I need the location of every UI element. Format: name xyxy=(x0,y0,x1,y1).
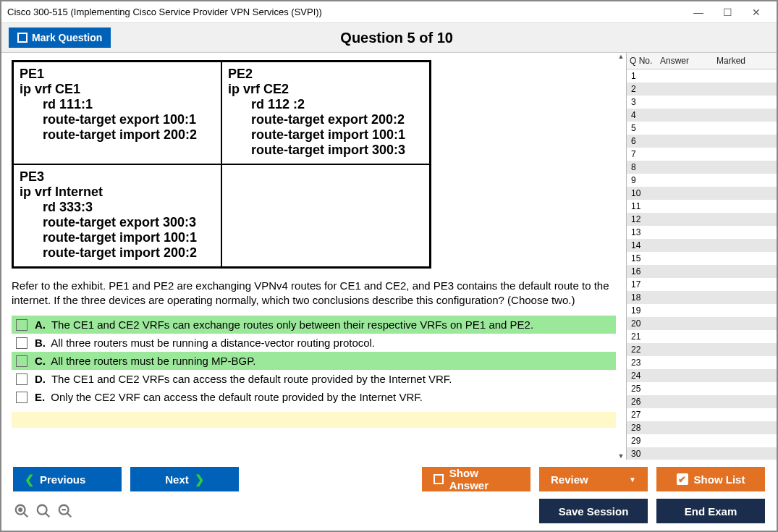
question-number: 20 xyxy=(627,318,657,329)
next-button[interactable]: Next ❯ xyxy=(130,467,239,491)
exhibit-table: PE1 ip vrf CE1 rd 111:1 route-target exp… xyxy=(12,60,431,269)
app-window: Cisco 300-515 (Implementing Cisco Servic… xyxy=(0,0,778,532)
question-row[interactable]: 24 xyxy=(627,369,777,382)
option-D[interactable]: D. The CE1 and CE2 VRFs can access the d… xyxy=(12,370,616,388)
question-row[interactable]: 14 xyxy=(627,239,777,252)
svg-line-1 xyxy=(24,513,28,518)
main-area: ▲ ▼ PE1 ip vrf CE1 rd 111:1 route-target… xyxy=(1,53,777,460)
previous-label: Previous xyxy=(40,473,85,486)
question-list-pane: Q No. Answer Marked 12345678910111213141… xyxy=(626,53,777,460)
question-row[interactable]: 25 xyxy=(627,382,777,395)
question-row[interactable]: 17 xyxy=(627,278,777,291)
question-row[interactable]: 27 xyxy=(627,408,777,421)
minimize-icon[interactable]: — xyxy=(684,4,713,21)
left-scroll-indicator[interactable]: ▲ ▼ xyxy=(616,53,626,460)
question-row[interactable]: 7 xyxy=(627,148,777,161)
question-row[interactable]: 12 xyxy=(627,213,777,226)
answer-options: A. The CE1 and CE2 VRFs can exchange rou… xyxy=(12,316,616,406)
previous-button[interactable]: ❮ Previous xyxy=(13,467,122,491)
end-exam-label: End Exam xyxy=(685,505,737,518)
bottom-bar: ❮ Previous Next ❯ Show Answer Review ▼ ✔… xyxy=(1,460,777,531)
question-list[interactable]: 1234567891011121314151617181920212223242… xyxy=(627,69,777,460)
window-title: Cisco 300-515 (Implementing Cisco Servic… xyxy=(7,7,322,17)
option-checkbox[interactable] xyxy=(16,355,28,367)
end-exam-button[interactable]: End Exam xyxy=(656,499,765,523)
question-number: 27 xyxy=(627,410,657,420)
zoom-out-icon[interactable] xyxy=(56,502,74,520)
question-number: 3 xyxy=(627,97,657,107)
question-row[interactable]: 20 xyxy=(627,317,777,330)
svg-point-2 xyxy=(19,508,22,511)
svg-line-4 xyxy=(46,513,50,518)
question-row[interactable]: 15 xyxy=(627,252,777,265)
question-row[interactable]: 26 xyxy=(627,395,777,408)
question-number: 26 xyxy=(627,397,657,407)
option-checkbox[interactable] xyxy=(16,337,28,349)
question-number: 29 xyxy=(627,436,657,446)
question-row[interactable]: 18 xyxy=(627,291,777,304)
checkbox-icon xyxy=(434,474,444,484)
option-checkbox[interactable] xyxy=(16,319,28,331)
question-number: 17 xyxy=(627,279,657,290)
question-row[interactable]: 1 xyxy=(627,69,777,83)
question-row[interactable]: 3 xyxy=(627,96,777,109)
question-number: 12 xyxy=(627,214,657,224)
close-icon[interactable]: ✕ xyxy=(742,4,771,21)
highlight-strip xyxy=(12,412,616,428)
show-list-button[interactable]: ✔ Show List xyxy=(656,467,765,491)
scroll-down-icon[interactable]: ▼ xyxy=(618,452,625,460)
question-row[interactable]: 21 xyxy=(627,330,777,343)
question-row[interactable]: 30 xyxy=(627,447,777,460)
exhibit-cell-pe2: PE2 ip vrf CE2 rd 112 :2 route-target ex… xyxy=(221,62,431,165)
question-number: 23 xyxy=(627,358,657,368)
titlebar: Cisco 300-515 (Implementing Cisco Servic… xyxy=(1,1,777,23)
question-row[interactable]: 8 xyxy=(627,161,777,174)
save-session-button[interactable]: Save Session xyxy=(539,499,648,523)
option-C[interactable]: C. All three routers must be running MP-… xyxy=(12,352,616,370)
question-row[interactable]: 28 xyxy=(627,421,777,434)
question-number: 25 xyxy=(627,384,657,394)
option-A[interactable]: A. The CE1 and CE2 VRFs can exchange rou… xyxy=(12,316,616,334)
question-number: 9 xyxy=(627,175,657,185)
option-B[interactable]: B. All three routers must be running a d… xyxy=(12,334,616,352)
option-checkbox[interactable] xyxy=(16,392,28,403)
exhibit-cell-pe3: PE3 ip vrf Internet rd 333:3 route-targe… xyxy=(13,164,222,268)
chevron-left-icon: ❮ xyxy=(25,473,34,486)
question-row[interactable]: 23 xyxy=(627,356,777,369)
question-row[interactable]: 29 xyxy=(627,434,777,447)
zoom-reset-icon[interactable] xyxy=(13,502,30,520)
option-checkbox[interactable] xyxy=(16,373,28,385)
question-number: 28 xyxy=(627,423,657,433)
question-row[interactable]: 6 xyxy=(627,135,777,148)
question-row[interactable]: 11 xyxy=(627,200,777,213)
exhibit-cell-empty xyxy=(221,164,431,268)
question-row[interactable]: 10 xyxy=(627,187,777,200)
question-text: Refer to the exhibit. PE1 and PE2 are ex… xyxy=(12,279,616,307)
scroll-up-icon[interactable]: ▲ xyxy=(618,53,625,60)
review-button[interactable]: Review ▼ xyxy=(539,467,648,491)
question-row[interactable]: 13 xyxy=(627,226,777,239)
question-number: 22 xyxy=(627,345,657,355)
question-number: 8 xyxy=(627,162,657,172)
maximize-icon[interactable]: ☐ xyxy=(713,4,742,21)
question-row[interactable]: 9 xyxy=(627,174,777,187)
show-list-label: Show List xyxy=(694,473,745,486)
review-label: Review xyxy=(551,473,588,486)
save-session-label: Save Session xyxy=(559,505,629,518)
question-row[interactable]: 4 xyxy=(627,109,777,122)
show-answer-button[interactable]: Show Answer xyxy=(422,467,530,491)
exhibit-cell-pe1: PE1 ip vrf CE1 rd 111:1 route-target exp… xyxy=(13,62,222,165)
question-row[interactable]: 2 xyxy=(627,83,777,96)
question-row[interactable]: 16 xyxy=(627,265,777,278)
question-row[interactable]: 22 xyxy=(627,343,777,356)
question-number: 24 xyxy=(627,371,657,381)
next-label: Next xyxy=(165,473,189,486)
option-text: C. All three routers must be running MP-… xyxy=(35,355,256,367)
option-E[interactable]: E. Only the CE2 VRF can access the defau… xyxy=(12,388,616,406)
question-number: 18 xyxy=(627,292,657,303)
question-row[interactable]: 5 xyxy=(627,122,777,135)
question-row[interactable]: 19 xyxy=(627,304,777,317)
zoom-in-icon[interactable] xyxy=(35,502,52,520)
question-list-header: Q No. Answer Marked xyxy=(627,53,777,69)
question-number: 7 xyxy=(627,149,657,159)
